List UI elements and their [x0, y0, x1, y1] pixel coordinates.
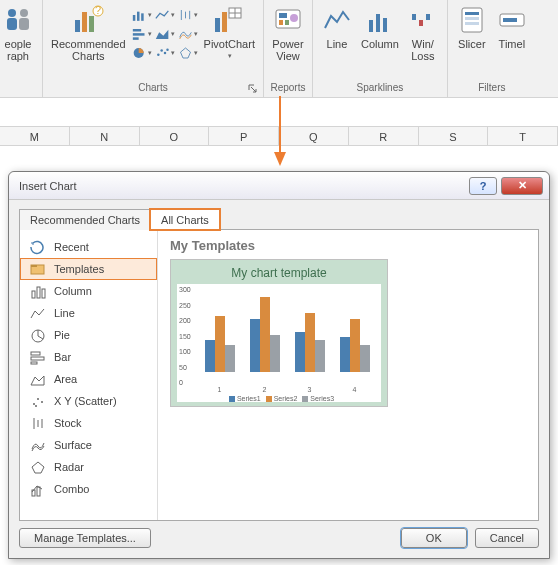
svg-rect-37 — [412, 14, 416, 20]
svg-rect-15 — [132, 29, 140, 32]
sparkline-winloss-button[interactable]: Win/ Loss — [405, 2, 441, 64]
category-templates[interactable]: Templates — [20, 258, 157, 280]
category-label: Area — [54, 373, 77, 385]
radar-icon — [30, 460, 46, 474]
power-view-button[interactable]: Power View — [270, 2, 306, 64]
ribbon-group-filters: Slicer Timel Filters — [448, 0, 536, 97]
category-recent[interactable]: Recent — [20, 236, 157, 258]
dialog-title: Insert Chart — [15, 180, 465, 192]
svg-rect-48 — [31, 265, 37, 267]
template-title: My chart template — [177, 266, 381, 280]
slicer-button[interactable]: Slicer — [454, 2, 490, 52]
category-bar[interactable]: Bar — [20, 346, 157, 368]
column-header[interactable]: R — [349, 127, 419, 145]
category-column[interactable]: Column — [20, 280, 157, 302]
svg-rect-49 — [32, 291, 35, 298]
charts-dialog-launcher[interactable] — [247, 83, 259, 95]
insert-line-chart[interactable]: ▾ — [155, 6, 175, 24]
template-preview-pane: My Templates My chart template 300250200… — [158, 230, 538, 520]
svg-rect-35 — [376, 14, 380, 32]
dialog-titlebar[interactable]: Insert Chart ? ✕ — [9, 172, 549, 200]
ok-button[interactable]: OK — [401, 528, 467, 548]
insert-chart-dialog: Insert Chart ? ✕ Recommended Charts All … — [8, 171, 550, 559]
category-line[interactable]: Line — [20, 302, 157, 324]
category-label: Bar — [54, 351, 71, 363]
category-label: Line — [54, 307, 75, 319]
insert-stock-chart[interactable]: ▾ — [178, 6, 198, 24]
svg-rect-17 — [132, 37, 138, 40]
svg-rect-32 — [285, 20, 289, 25]
svg-rect-11 — [141, 13, 144, 20]
svg-rect-4 — [75, 20, 80, 32]
close-button[interactable]: ✕ — [501, 177, 543, 195]
svg-rect-25 — [222, 12, 227, 32]
category-surface[interactable]: Surface — [20, 434, 157, 456]
insert-scatter-chart[interactable]: ▾ — [155, 44, 175, 62]
tab-all-charts[interactable]: All Charts — [150, 209, 220, 230]
timeline-button[interactable]: Timel — [494, 2, 530, 52]
svg-rect-54 — [31, 357, 44, 360]
column-headers: MNOPQRST — [0, 126, 558, 146]
svg-point-57 — [37, 398, 39, 400]
category-radar[interactable]: Radar — [20, 456, 157, 478]
preview-heading: My Templates — [170, 238, 526, 253]
group-label-sparklines: Sparklines — [357, 82, 404, 95]
category-combo[interactable]: Combo — [20, 478, 157, 500]
column-header[interactable]: S — [419, 127, 489, 145]
category-scatter[interactable]: X Y (Scatter) — [20, 390, 157, 412]
power-view-label: Power View — [272, 38, 303, 62]
ribbon-group-charts: ? Recommended Charts ▾ ▾ ▾ ▾ ▾ ▾ ▾ ▾ ▾ P… — [43, 0, 264, 97]
svg-marker-63 — [32, 462, 44, 473]
svg-rect-9 — [132, 15, 135, 21]
pivotchart-button[interactable]: PivotChart ▾ — [202, 2, 257, 62]
column-header[interactable]: T — [488, 127, 558, 145]
svg-rect-42 — [465, 17, 479, 20]
category-area[interactable]: Area — [20, 368, 157, 390]
sparkline-column-button[interactable]: Column — [359, 2, 401, 52]
recommended-charts-label: Recommended Charts — [51, 38, 126, 62]
category-label: Recent — [54, 241, 89, 253]
category-label: Stock — [54, 417, 82, 429]
svg-rect-51 — [42, 289, 45, 298]
tab-recommended-charts[interactable]: Recommended Charts — [19, 209, 151, 230]
column-header[interactable]: P — [209, 127, 279, 145]
ribbon-group-people-graph: eople raph — [0, 0, 43, 97]
column-header[interactable]: O — [140, 127, 210, 145]
insert-surface-chart[interactable]: ▾ — [178, 25, 198, 43]
ribbon: eople raph ? Recommended Charts ▾ ▾ ▾ ▾ … — [0, 0, 558, 98]
help-button[interactable]: ? — [469, 177, 497, 195]
people-graph-icon — [2, 4, 34, 36]
insert-bar-chart[interactable]: ▾ — [132, 25, 152, 43]
people-graph-label: eople raph — [5, 38, 32, 62]
svg-point-58 — [41, 401, 43, 403]
dialog-panel: RecentTemplatesColumnLinePieBarAreaX Y (… — [19, 229, 539, 521]
insert-pie-chart[interactable]: ▾ — [132, 44, 152, 62]
svg-rect-38 — [419, 20, 423, 26]
svg-rect-43 — [465, 22, 479, 25]
ribbon-group-reports: Power View Reports — [264, 0, 313, 97]
column-header[interactable]: Q — [279, 127, 349, 145]
insert-radar-chart[interactable]: ▾ — [178, 44, 198, 62]
svg-rect-31 — [279, 20, 283, 25]
category-stock[interactable]: Stock — [20, 412, 157, 434]
svg-rect-39 — [426, 14, 430, 20]
column-header[interactable]: N — [70, 127, 140, 145]
category-label: Surface — [54, 439, 92, 451]
insert-column-chart[interactable]: ▾ — [132, 6, 152, 24]
category-pie[interactable]: Pie — [20, 324, 157, 346]
manage-templates-button[interactable]: Manage Templates... — [19, 528, 151, 548]
template-thumbnail[interactable]: My chart template 300250200150100500 123… — [170, 259, 388, 407]
column-header[interactable]: M — [0, 127, 70, 145]
worksheet-area: MNOPQRST — [0, 98, 558, 148]
recommended-charts-button[interactable]: ? Recommended Charts — [49, 2, 128, 64]
svg-marker-23 — [180, 48, 190, 58]
svg-rect-6 — [89, 16, 94, 32]
category-label: Column — [54, 285, 92, 297]
svg-rect-41 — [465, 12, 479, 15]
people-graph-button[interactable]: eople raph — [0, 2, 36, 64]
cancel-button[interactable]: Cancel — [475, 528, 539, 548]
sparkline-line-button[interactable]: Line — [319, 2, 355, 52]
svg-rect-55 — [31, 362, 37, 364]
insert-area-chart[interactable]: ▾ — [155, 25, 175, 43]
svg-rect-34 — [369, 20, 373, 32]
